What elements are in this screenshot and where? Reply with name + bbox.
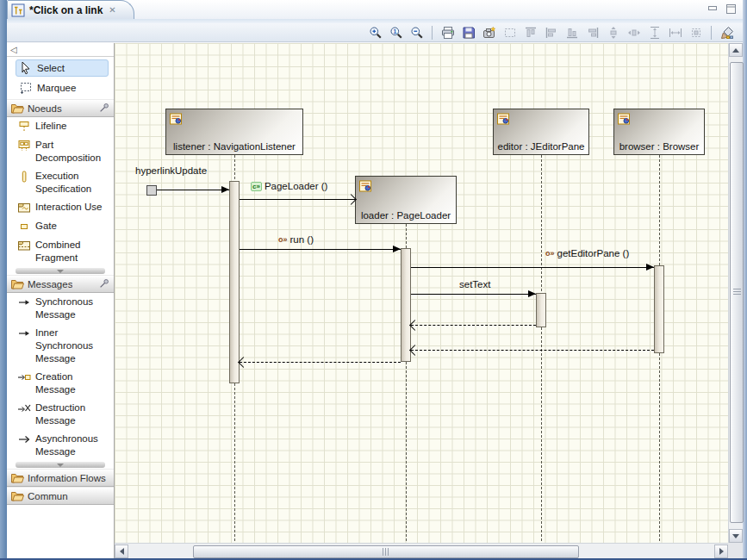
drawer-label: Information Flows <box>28 473 106 483</box>
lifeline-name: loader : PageLoader <box>356 210 456 223</box>
message-label-geteditorpane[interactable]: o» getEditorPane () <box>545 248 629 258</box>
palette-item-destruction-message[interactable]: Destruction Message <box>7 399 114 430</box>
palette-item-interaction-use[interactable]: Interaction Use <box>7 198 114 217</box>
match-height-button <box>647 25 662 40</box>
palette-drawer-commun[interactable]: Commun <box>7 487 114 505</box>
palette-drawer-messages[interactable]: Messages <box>7 275 114 293</box>
zoom-out-button[interactable] <box>409 25 424 40</box>
scroll-up-button[interactable] <box>729 43 743 57</box>
scroll-left-button[interactable] <box>115 544 128 558</box>
message-line-geteditorpane[interactable] <box>411 267 654 268</box>
drawer-label: Messages <box>28 279 72 289</box>
pin-icon[interactable] <box>98 102 110 115</box>
lifeline-head-loader[interactable]: loader : PageLoader <box>355 176 457 224</box>
cursor-icon <box>19 61 33 75</box>
lifeline-head-browser[interactable]: browser : Browser <box>613 109 705 155</box>
lifeline-head-icon <box>169 112 302 129</box>
tool-palette: ◁ Select Marquee Noeuds <box>7 43 115 558</box>
palette-drawer-information-flows[interactable]: Information Flows <box>7 469 114 487</box>
palette-tool-select[interactable]: Select <box>16 59 109 77</box>
open-folder-icon <box>10 102 24 115</box>
palette-drawer-noeuds[interactable]: Noeuds <box>7 99 114 117</box>
print-button[interactable] <box>440 25 455 40</box>
snapshot-button[interactable] <box>482 25 496 40</box>
horizontal-scrollbar-thumb[interactable] <box>193 545 579 558</box>
palette-item-combined-fragment[interactable]: Combined Fragment <box>7 236 114 267</box>
arrowhead-filled <box>646 264 654 271</box>
sync-message-badge-icon: o» <box>278 236 288 244</box>
asynchronous-message-icon <box>17 432 31 446</box>
message-line-pageloader[interactable] <box>240 199 355 200</box>
palette-collapse-bar[interactable]: ◁ <box>7 43 114 57</box>
arrowhead-filled <box>221 186 229 193</box>
auto-size-button <box>688 25 703 40</box>
sequence-diagram-icon <box>11 3 25 17</box>
tab-close-icon[interactable]: ✕ <box>109 5 115 15</box>
maximize-view-button[interactable] <box>725 3 738 16</box>
arrowhead-open <box>409 320 420 331</box>
message-line-settext[interactable] <box>411 294 536 295</box>
palette-item-asynchronous-message[interactable]: Asynchronous Message <box>7 430 114 461</box>
vertical-scrollbar[interactable] <box>728 43 743 543</box>
message-label-run[interactable]: o» run () <box>278 234 314 245</box>
align-top-button <box>523 25 538 40</box>
editor-tab[interactable]: *Click on a link ✕ <box>7 0 134 19</box>
arrowhead-open <box>238 357 249 368</box>
marquee-icon <box>19 81 33 95</box>
palette-item-execution-specification[interactable]: Execution Specification <box>7 167 114 198</box>
lifeline-name: editor : JEditorPane <box>494 141 588 154</box>
found-message-endpoint[interactable] <box>146 185 157 196</box>
activation-browser[interactable] <box>654 265 664 353</box>
creation-message-icon <box>17 370 31 384</box>
message-label-hyperlinkupdate[interactable]: hyperlinkUpdate <box>135 165 207 176</box>
horizontal-scrollbar[interactable] <box>115 543 728 558</box>
distribute-vertical-button <box>606 25 620 40</box>
vertical-scrollbar-thumb[interactable] <box>730 62 744 523</box>
palette-item-inner-synchronous-message[interactable]: Inner Synchronous Message <box>7 324 114 368</box>
palette-item-creation-message[interactable]: Creation Message <box>7 368 114 399</box>
message-label-settext[interactable]: setText <box>459 279 490 289</box>
activation-loader[interactable] <box>401 248 411 362</box>
lifeline-name: listener : NavigationListener <box>166 141 302 154</box>
diagram-canvas[interactable]: listener : NavigationListener loader : P… <box>115 43 728 543</box>
lifeline-name: browser : Browser <box>614 141 704 154</box>
activation-listener[interactable] <box>229 181 240 383</box>
scrollbar-corner <box>728 543 743 558</box>
palette-item-part-decomposition[interactable]: Part Decomposition <box>7 136 114 167</box>
scroll-down-button[interactable] <box>729 529 743 543</box>
reply-line-browser-to-loader[interactable] <box>411 350 654 351</box>
save-button[interactable] <box>461 25 476 40</box>
lifeline-head-editor[interactable]: editor : JEditorPane <box>493 109 589 155</box>
palette-item-synchronous-message[interactable]: Synchronous Message <box>7 293 114 324</box>
part-decomposition-icon <box>17 139 31 152</box>
lifeline-head-listener[interactable]: listener : NavigationListener <box>165 109 303 155</box>
message-label-pageloader[interactable]: c» PageLoader () <box>251 181 327 191</box>
synchronous-message-icon <box>17 296 31 309</box>
scroll-right-button[interactable] <box>714 544 728 558</box>
toolbar-separator <box>711 26 712 40</box>
appearance-button[interactable] <box>719 25 734 40</box>
lifeline-head-icon <box>496 112 588 129</box>
message-line-hyperlinkupdate[interactable] <box>157 190 229 190</box>
marquee-zoom-button <box>502 25 517 40</box>
reply-line-loader-to-listener[interactable] <box>240 362 401 363</box>
align-left-button <box>544 25 558 40</box>
lifeline-line-editor[interactable] <box>541 155 542 541</box>
zoom-in-button[interactable] <box>368 25 383 40</box>
palette-item-lifeline[interactable]: Lifeline <box>7 117 114 136</box>
palette-tool-marquee[interactable]: Marquee <box>16 79 109 96</box>
minimize-view-button[interactable] <box>707 3 719 16</box>
arrowhead-filled <box>393 246 401 252</box>
reply-line-editor-to-loader[interactable] <box>411 325 536 326</box>
arrowhead-filled <box>528 290 536 297</box>
palette-scroll-down-indicator[interactable] <box>16 268 105 274</box>
zoom-original-button[interactable]: 1 <box>389 25 403 40</box>
palette-collapse-icon[interactable]: ◁ <box>10 45 17 54</box>
pin-icon[interactable] <box>98 277 110 291</box>
palette-scroll-down-indicator[interactable] <box>16 462 105 468</box>
activation-editor[interactable] <box>536 293 546 327</box>
closed-folder-icon <box>10 471 24 485</box>
message-line-run[interactable] <box>240 249 401 250</box>
lifeline-head-icon <box>617 112 704 129</box>
palette-item-gate[interactable]: Gate <box>7 217 114 236</box>
